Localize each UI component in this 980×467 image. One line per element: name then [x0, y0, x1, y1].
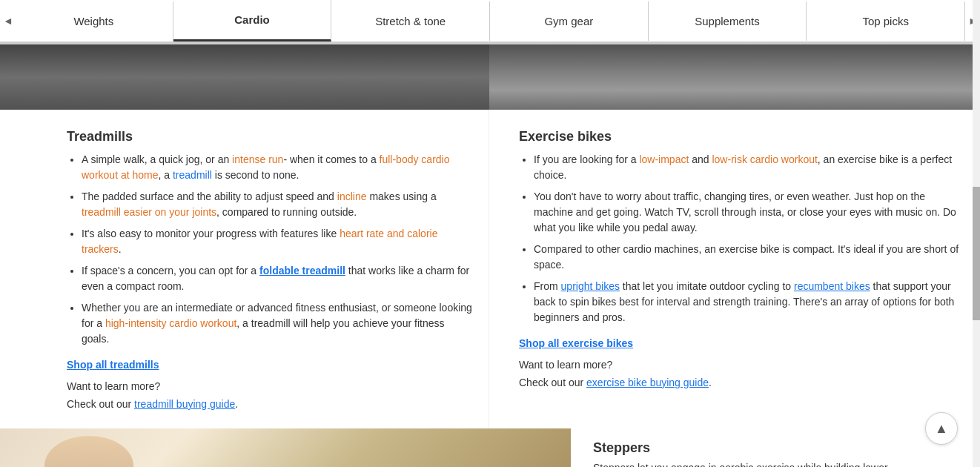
- nav-item-toppicks[interactable]: Top picks: [807, 1, 965, 41]
- highlight-text: low-impact: [639, 153, 689, 165]
- main-content: Treadmills A simple walk, a quick jog, o…: [0, 110, 980, 428]
- highlight-text: treadmill easier on your joints: [82, 206, 216, 218]
- foldable-treadmill-link[interactable]: foldable treadmill: [259, 265, 345, 276]
- list-item: The padded surface and the ability to ad…: [82, 189, 474, 220]
- shop-all-treadmills-link[interactable]: Shop all treadmills: [67, 359, 159, 371]
- highlight-text: heart rate and calorie trackers: [82, 228, 437, 255]
- back-to-top-button[interactable]: ▲: [925, 412, 958, 445]
- exercise-bikes-learn-more: Want to learn more? Check out our exerci…: [519, 357, 965, 392]
- treadmill-guide-link[interactable]: treadmill buying guide: [134, 398, 235, 410]
- exercise-bikes-title: Exercise bikes: [519, 129, 965, 145]
- list-item: Compared to other cardio machines, an ex…: [534, 242, 965, 273]
- list-item: If you are looking for a low-impact and …: [534, 152, 965, 183]
- nav-bar: ◄ Weights Cardio Stretch & tone Gym gear…: [0, 0, 980, 42]
- treadmills-section: Treadmills A simple walk, a quick jog, o…: [0, 110, 489, 428]
- treadmills-list: A simple walk, a quick jog, or an intens…: [67, 152, 474, 347]
- steppers-title: Steppers: [593, 440, 958, 456]
- check-out-text: Check out our exercise bike buying guide…: [519, 374, 965, 392]
- nav-item-supplements[interactable]: Supplements: [649, 1, 807, 41]
- list-item: If space's a concern, you can opt for a …: [82, 263, 474, 294]
- want-more-text: Want to learn more?: [67, 378, 474, 396]
- highlight-text: incline: [337, 191, 367, 202]
- want-more-text: Want to learn more?: [519, 357, 965, 374]
- scrollbar[interactable]: [973, 0, 980, 467]
- treadmill-image: [0, 44, 489, 110]
- treadmill-link-1[interactable]: treadmill: [173, 169, 212, 181]
- exercise-bikes-list: If you are looking for a low-impact and …: [519, 152, 965, 325]
- steppers-image: [0, 428, 571, 467]
- steppers-text: Steppers let you engage in aerobic exerc…: [593, 460, 958, 467]
- highlight-text: high-intensity cardio workout: [105, 317, 236, 329]
- scrollbar-thumb[interactable]: [973, 187, 980, 320]
- check-out-text: Check out our treadmill buying guide.: [67, 396, 474, 414]
- nav-left-arrow[interactable]: ◄: [0, 15, 15, 27]
- treadmills-learn-more: Want to learn more? Check out our treadm…: [67, 378, 474, 414]
- exercise-bike-image: [489, 44, 980, 110]
- exercise-bikes-section: Exercise bikes If you are looking for a …: [489, 110, 980, 428]
- recumbent-bikes-link[interactable]: recumbent bikes: [794, 280, 870, 292]
- highlight-text: intense run: [232, 153, 283, 165]
- list-item: From upright bikes that let you imitate …: [534, 279, 965, 325]
- nav-item-gymgear[interactable]: Gym gear: [490, 1, 649, 41]
- upright-bikes-link[interactable]: upright bikes: [561, 280, 620, 292]
- list-item: It's also easy to monitor your progress …: [82, 226, 474, 257]
- nav-item-cardio[interactable]: Cardio: [173, 0, 332, 42]
- image-strip: [0, 44, 980, 110]
- highlight-text: low-risk cardio workout: [712, 153, 817, 165]
- list-item: You don't have to worry about traffic, c…: [534, 189, 965, 236]
- list-item: A simple walk, a quick jog, or an intens…: [82, 152, 474, 183]
- exercise-bike-guide-link[interactable]: exercise bike buying guide: [586, 377, 709, 388]
- treadmills-title: Treadmills: [67, 129, 474, 145]
- steppers-section: Steppers Steppers let you engage in aero…: [571, 428, 980, 467]
- nav-item-weights[interactable]: Weights: [15, 1, 173, 41]
- list-item: Whether you are an intermediate or advan…: [82, 300, 474, 347]
- bottom-section: Steppers Steppers let you engage in aero…: [0, 428, 980, 467]
- shop-all-exercise-bikes-link[interactable]: Shop all exercise bikes: [519, 337, 633, 349]
- nav-item-stretch[interactable]: Stretch & tone: [331, 1, 490, 41]
